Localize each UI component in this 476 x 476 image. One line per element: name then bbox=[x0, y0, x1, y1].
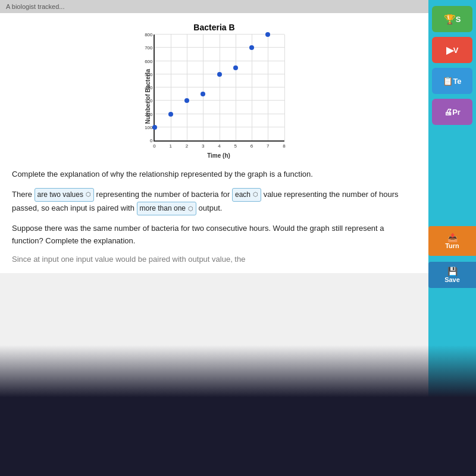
turn-in-icon: 📤 bbox=[447, 233, 458, 242]
question-counter: Question 6 of 9 bbox=[50, 453, 114, 464]
warning-button[interactable]: ! bbox=[30, 451, 44, 465]
turn-in-button[interactable]: 📤 Turn bbox=[428, 226, 476, 256]
print-button[interactable]: 🖨 Pr bbox=[432, 99, 472, 125]
btn-actions: ✔ Check Answer Next ➤ bbox=[258, 447, 416, 470]
y-tick-100: 100 bbox=[145, 124, 152, 130]
top-hint-bar: A biologist tracked... bbox=[0, 0, 428, 13]
x-tick-8: 8 bbox=[283, 143, 285, 149]
fill-in-section-2: Suppose there was the same number of bac… bbox=[12, 223, 416, 248]
video-play-icon: ▶ bbox=[446, 45, 453, 56]
next-label: Next bbox=[372, 453, 392, 464]
partial-text: Since at input one input value would be … bbox=[12, 255, 416, 264]
dropdown-2-value: each bbox=[235, 189, 250, 201]
x-axis-label: Time (h) bbox=[207, 152, 230, 159]
partial-text-content: Since at input one input value would be … bbox=[12, 255, 245, 264]
teacher-label: Te bbox=[453, 77, 461, 86]
graph-container: Bacteria B Number of Bacteria bbox=[12, 23, 416, 159]
dropdown-1-arrow: ⬡ bbox=[86, 190, 91, 199]
fill-in-section-1: There are two values ⬡ representing the … bbox=[12, 188, 416, 215]
check-answer-label: ✔ Check Answer bbox=[270, 453, 342, 464]
dropdown-1-value: are two values bbox=[37, 189, 83, 201]
x-tick-5: 5 bbox=[234, 143, 237, 149]
graph-wrapper: Number of Bacteria bbox=[145, 35, 284, 159]
save-label: Save bbox=[444, 276, 460, 283]
teacher-icon: 📋 bbox=[443, 76, 453, 86]
svg-text:!: ! bbox=[36, 456, 39, 463]
y-tick-300: 300 bbox=[145, 98, 152, 104]
text5: Suppose there was the same number of bac… bbox=[12, 224, 384, 245]
data-point-7 bbox=[265, 32, 270, 37]
print-label: Pr bbox=[452, 108, 461, 117]
y-tick-800: 800 bbox=[145, 32, 152, 37]
dropdown-3-value: more than one bbox=[140, 203, 186, 214]
next-button[interactable]: Next ➤ bbox=[359, 447, 416, 470]
teacher-button[interactable]: 📋 Te bbox=[432, 68, 472, 94]
score-label: S bbox=[456, 15, 461, 24]
intro-text: Complete the explanation of why the rela… bbox=[12, 170, 313, 178]
x-tick-4: 4 bbox=[218, 143, 220, 149]
y-tick-500: 500 bbox=[145, 71, 152, 77]
data-point-4 bbox=[217, 72, 222, 77]
hint-text: A biologist tracked... bbox=[6, 3, 64, 10]
help-button[interactable]: ? bbox=[12, 451, 26, 465]
next-arrow-icon: ➤ bbox=[396, 453, 403, 464]
y-tick-600: 600 bbox=[145, 58, 152, 64]
y-tick-0: 0 bbox=[150, 138, 152, 143]
y-tick-400: 400 bbox=[145, 85, 152, 90]
graph-title: Bacteria B bbox=[193, 23, 234, 32]
bottom-bar: ? ! Question 6 of 9 ✔ Check Answer Next … bbox=[0, 440, 428, 476]
print-icon: 🖨 bbox=[444, 107, 452, 117]
question-info: ? ! Question 6 of 9 bbox=[12, 451, 114, 465]
check-answer-button[interactable]: ✔ Check Answer bbox=[258, 447, 353, 470]
help-icons: ? ! bbox=[12, 451, 44, 465]
dropdown-1[interactable]: are two values ⬡ bbox=[35, 188, 94, 202]
x-tick-7: 7 bbox=[267, 143, 269, 149]
main-content: Bacteria B Number of Bacteria bbox=[0, 13, 428, 273]
main-screen: A biologist tracked... Bacteria B Number… bbox=[0, 0, 428, 476]
video-button[interactable]: ▶ V bbox=[432, 37, 472, 63]
data-point-2 bbox=[184, 98, 189, 103]
y-tick-200: 200 bbox=[145, 111, 152, 117]
dropdown-2-arrow: ⬡ bbox=[253, 190, 258, 199]
text4: output. bbox=[199, 203, 223, 212]
x-tick-3: 3 bbox=[202, 143, 204, 149]
save-button[interactable]: 💾 Save bbox=[428, 262, 476, 288]
score-button[interactable]: 🏆 S bbox=[432, 6, 472, 32]
data-point-1 bbox=[168, 112, 173, 117]
dropdown-3[interactable]: more than one ⬡ bbox=[137, 202, 196, 215]
video-label: V bbox=[453, 46, 459, 55]
dropdown-3-arrow: ⬡ bbox=[188, 204, 193, 214]
text2: representing the number of bacteria for bbox=[96, 190, 230, 199]
data-point-5 bbox=[233, 65, 238, 70]
data-point-0 bbox=[152, 125, 157, 130]
dropdown-2[interactable]: each ⬡ bbox=[232, 188, 261, 202]
question-intro: Complete the explanation of why the rela… bbox=[12, 168, 416, 181]
data-point-6 bbox=[249, 45, 254, 50]
x-tick-6: 6 bbox=[250, 143, 253, 149]
warning-icon: ! bbox=[31, 453, 43, 464]
data-point-3 bbox=[201, 92, 205, 96]
turn-in-label: Turn bbox=[445, 242, 459, 249]
score-icon: 🏆 bbox=[444, 14, 456, 25]
save-icon: 💾 bbox=[447, 267, 458, 276]
text1: There bbox=[12, 190, 32, 199]
x-tick-0: 0 bbox=[153, 143, 155, 149]
graph-area: 0 100 200 300 400 500 600 700 800 0 1 2 … bbox=[154, 35, 284, 142]
x-tick-2: 2 bbox=[186, 143, 188, 149]
y-tick-700: 700 bbox=[145, 45, 152, 51]
x-tick-1: 1 bbox=[170, 143, 172, 149]
